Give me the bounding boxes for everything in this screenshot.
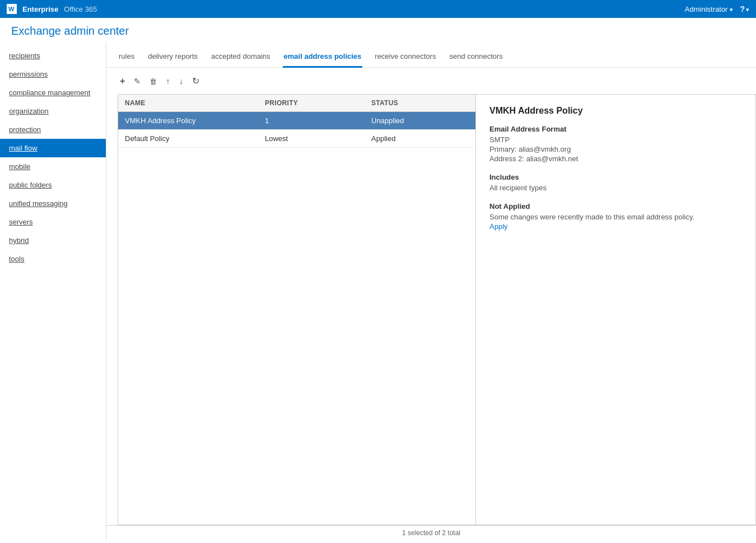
column-header-name: NAME [118,95,258,111]
sidebar: recipientspermissionscompliance manageme… [0,42,106,540]
topbar-help-button[interactable] [740,4,749,14]
help-question-icon [740,4,745,14]
delete-icon [150,76,157,86]
tab-send-connectors[interactable]: send connectors [448,49,503,68]
table-cell-name: Default Policy [118,130,258,147]
sidebar-item-mail-flow[interactable]: mail flow [0,139,106,157]
topbar-right: Administrator [685,4,749,14]
detail-not-applied-label: Not Applied [489,202,742,210]
table-cell-priority: Lowest [258,130,365,147]
detail-includes-section: Includes All recipient types [489,173,742,192]
page-title: Exchange admin center [11,25,745,38]
status-bar-text: 1 selected of 2 total [402,529,460,537]
toolbar [106,68,756,94]
topbar-help-chevron-icon [746,4,749,14]
sidebar-item-hybrid[interactable]: hybrid [0,231,106,250]
detail-not-applied-section: Not Applied Some changes were recently m… [489,202,742,231]
delete-button[interactable] [147,75,159,87]
topbar-admin-button[interactable]: Administrator [685,5,734,13]
table-cell-status: Applied [365,130,475,147]
detail-title: VMKH Address Policy [489,106,742,116]
sidebar-item-protection[interactable]: protection [0,120,106,139]
detail-email-format-section: Email Address Format SMTP Primary: alias… [489,125,742,163]
add-icon [120,76,125,86]
topbar-enterprise-label: Enterprise [22,5,58,13]
topbar-office365-label: Office 365 [64,5,97,13]
apply-link[interactable]: Apply [489,222,508,231]
tab-rules[interactable]: rules [118,49,136,68]
list-panel: NAME PRIORITY STATUS VMKH Address Policy… [118,94,476,525]
move-down-button[interactable] [177,75,186,87]
detail-panel: VMKH Address Policy Email Address Format… [476,94,756,525]
svg-text:W: W [8,6,15,12]
sidebar-item-permissions[interactable]: permissions [0,65,106,83]
edit-icon [134,76,141,86]
table-header: NAME PRIORITY STATUS [118,95,475,112]
table-container: NAME PRIORITY STATUS VMKH Address Policy… [118,94,756,525]
status-bar: 1 selected of 2 total [106,525,756,540]
detail-includes-value: All recipient types [489,184,742,192]
main-layout: recipientspermissionscompliance manageme… [0,42,756,540]
topbar-admin-chevron-icon [730,5,733,13]
tab-nav: rulesdelivery reportsaccepted domainsema… [106,42,756,68]
edit-button[interactable] [132,75,143,87]
table-row[interactable]: VMKH Address Policy1Unapplied [118,112,475,130]
topbar-logo: W [7,4,17,14]
table-body: VMKH Address Policy1UnappliedDefault Pol… [118,112,475,148]
detail-email-format-label: Email Address Format [489,125,742,133]
table-cell-name: VMKH Address Policy [118,112,258,129]
sidebar-item-servers[interactable]: servers [0,213,106,231]
sidebar-item-unified-messaging[interactable]: unified messaging [0,194,106,213]
detail-not-applied-desc: Some changes were recently made to this … [489,213,742,221]
tab-delivery-reports[interactable]: delivery reports [147,49,199,68]
sidebar-item-organization[interactable]: organization [0,102,106,120]
table-cell-status: Unapplied [365,112,475,129]
detail-includes-label: Includes [489,173,742,181]
sidebar-item-tools[interactable]: tools [0,250,106,268]
tab-email-address-policies[interactable]: email address policies [283,49,363,68]
tab-receive-connectors[interactable]: receive connectors [374,49,437,68]
column-header-status: STATUS [365,95,475,111]
sidebar-item-compliance-management[interactable]: compliance management [0,83,106,102]
move-up-icon [166,76,170,86]
refresh-icon [192,76,199,86]
add-button[interactable] [118,75,127,87]
topbar-left: W Enterprise Office 365 [7,4,97,14]
detail-smtp-label: SMTP [489,135,742,144]
sidebar-item-mobile[interactable]: mobile [0,157,106,176]
refresh-button[interactable] [190,74,202,87]
topbar-admin-label: Administrator [685,5,728,13]
detail-address2-label: Address 2: alias@vmkh.net [489,155,742,163]
topbar: W Enterprise Office 365 Administrator [0,0,756,18]
move-up-button[interactable] [164,75,172,87]
move-down-icon [179,76,184,86]
sidebar-item-public-folders[interactable]: public folders [0,176,106,194]
table-cell-priority: 1 [258,112,365,129]
page-title-bar: Exchange admin center [0,18,756,42]
detail-primary-label: Primary: alias@vmkh.org [489,145,742,153]
column-header-priority: PRIORITY [258,95,365,111]
content-area: rulesdelivery reportsaccepted domainsema… [106,42,756,540]
sidebar-item-recipients[interactable]: recipients [0,46,106,65]
tab-accepted-domains[interactable]: accepted domains [210,49,272,68]
table-row[interactable]: Default PolicyLowestApplied [118,130,475,148]
